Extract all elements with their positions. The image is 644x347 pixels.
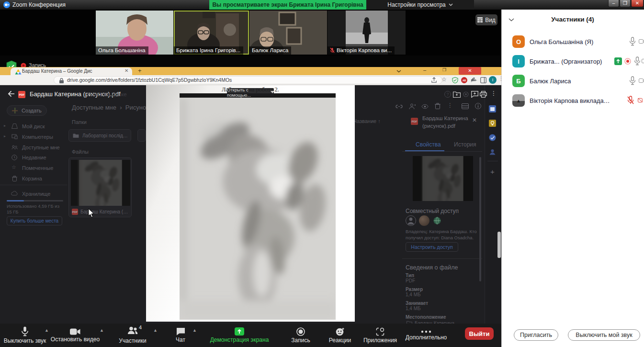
contacts-icon[interactable] [489,148,496,156]
restore-button[interactable]: ❐ [620,0,631,7]
print-icon[interactable] [480,91,487,98]
mute-button[interactable]: Выключить звук [0,324,54,347]
sort-header[interactable]: Название ↑ [353,118,381,124]
add-comment-icon[interactable] [471,91,478,98]
file-card[interactable]: PDF Бардаш Катерина (рисун... [68,157,132,217]
video-tile-olga[interactable]: Ольга Большаніна [96,11,173,55]
drive-new-button[interactable]: Создать [7,105,47,116]
sidebar-item-my-drive[interactable]: Мой диск [22,123,45,129]
tasks-icon[interactable] [489,134,496,141]
browser-restore-icon[interactable]: ❐ [442,67,446,72]
calendar-icon[interactable] [489,105,496,112]
view-settings-dropdown[interactable]: Настройки просмотра [366,0,474,10]
minimize-button[interactable]: – [608,0,619,7]
extensions-puzzle-icon[interactable] [471,77,477,83]
get-link-icon[interactable] [395,103,403,110]
browser-profile-avatar[interactable]: I [489,76,497,84]
close-button[interactable]: ✕ [631,0,644,7]
preview-back-icon[interactable] [8,90,15,97]
participant-name[interactable]: Брижата... (Организатор) [530,58,602,65]
manage-access-button[interactable]: Настроить доступ [406,242,458,252]
camera-off-icon[interactable] [638,98,644,103]
mic-icon[interactable] [634,56,641,66]
more-button[interactable]: Дополнительно [397,324,455,347]
details-close-icon[interactable]: ✕ [472,117,477,123]
plus-multicolor-icon [12,108,18,113]
add-addon-icon[interactable]: + [490,168,495,176]
share-page-icon[interactable] [431,77,437,83]
keep-icon[interactable] [489,120,496,127]
participant-name[interactable]: Балюк Лариса [530,78,571,85]
info-icon[interactable] [475,103,481,109]
tab-close-icon[interactable]: ✕ [124,68,128,73]
browser-tab[interactable]: Бардаш Катерина – Google Дис ✕ [11,67,132,75]
sidebar-item-shared[interactable]: Доступные мне [22,145,60,150]
browser-close-button[interactable]: ✕ [459,67,481,75]
participant-avatar-photo: ▲ [512,94,525,107]
record-icon [296,327,305,336]
camera-icon[interactable] [639,39,644,44]
adblock-extension-icon[interactable]: AB [461,77,467,83]
sidebar-item-trash[interactable]: Корзина [22,176,42,181]
view-button[interactable]: Вид [475,14,497,25]
mute-my-audio-button[interactable]: Выключить мой звук [568,329,640,341]
sidebar-item-recent[interactable]: Недавние [22,155,46,160]
camera-icon[interactable] [639,78,644,83]
sidebar-item-computers[interactable]: Компьютеры [22,134,53,140]
video-options-chevron[interactable]: ▲ [100,328,104,333]
video-tile-viktoriia[interactable]: Вікторія Карпова ви... [328,11,406,55]
delete-icon[interactable] [435,103,441,109]
expand-caret-icon[interactable]: ▸ [4,123,6,128]
mic-icon[interactable] [629,37,636,46]
invite-button[interactable]: Пригласить [514,329,558,341]
folder-card[interactable]: Лабораторі послідовніст... [68,129,131,142]
buy-storage-button[interactable]: Купить больше места [7,216,62,225]
tab-history[interactable]: История [454,141,476,148]
mic-off-icon[interactable] [627,96,634,105]
add-shortcut-icon[interactable] [453,91,461,98]
new-tab-button[interactable]: + [138,67,142,74]
tab-properties[interactable]: Свойства [416,141,441,148]
sidebar-item-storage[interactable]: Хранилище [22,191,50,197]
stop-video-button[interactable]: Остановить видео [46,324,104,347]
side-panel-icon[interactable] [480,77,486,83]
panel-scrollbar[interactable] [479,157,481,281]
details-title: Бардаш Катерина (рисунок).pdf [422,115,470,130]
preview-eye-icon[interactable] [421,104,429,109]
page-scrollbar-thumb[interactable] [497,232,501,258]
settings-gear-icon [463,91,469,98]
video-tile-bryzhata[interactable]: Брижата Ірина Григорів... [174,11,249,55]
bookmark-star-icon[interactable]: ☆ [441,76,447,83]
field-value: 1,4 МБ [406,306,421,311]
participant-avatar: Б [512,75,525,87]
svg-text:AB: AB [463,79,466,82]
storage-cloud-icon [11,191,18,196]
browser-tab-bar: Бардаш Катерина – Google Дис ✕ + – ❐ ✕ [0,67,501,75]
mic-icon[interactable] [629,76,636,85]
field-label: Занимает [406,301,428,306]
video-tile-baliuk[interactable]: Балюк Лариса [249,11,327,55]
participant-name[interactable]: Вікторія Карпова викладач каф... [530,97,610,104]
chat-options-chevron[interactable]: ▲ [192,328,197,333]
camera-icon[interactable] [642,58,644,64]
preview-more-button[interactable]: ⋮ [488,89,499,99]
open-with-button[interactable]: Открыть с помощью... [227,88,274,96]
tab-border [402,151,482,152]
participant-name-label: Брижата Ірина Григорів... [174,46,243,55]
drawing-photo [180,93,336,320]
chrome-chevron-icon[interactable] [396,70,401,73]
mouse-cursor [88,209,94,218]
expand-caret-icon[interactable]: ▸ [4,134,6,138]
share-person-icon[interactable] [409,103,416,110]
share-screen-button[interactable]: Демонстрация экрана [199,324,280,347]
more-actions-icon[interactable]: ⋮ [447,102,453,109]
folder-card-partial[interactable] [137,129,146,142]
url-text: drive.google.com/drive/folders/1fztozbU1… [67,77,232,83]
help-icon: ? [444,91,451,98]
sidebar-item-starred[interactable]: Помеченные [22,165,53,171]
extension-shield-icon[interactable] [452,77,458,83]
leave-meeting-button[interactable]: Выйти [465,327,494,340]
browser-minimize-icon[interactable]: – [423,67,426,73]
participant-name[interactable]: Ольга Большаніна (Я) [530,38,593,45]
list-view-icon[interactable] [462,103,469,109]
